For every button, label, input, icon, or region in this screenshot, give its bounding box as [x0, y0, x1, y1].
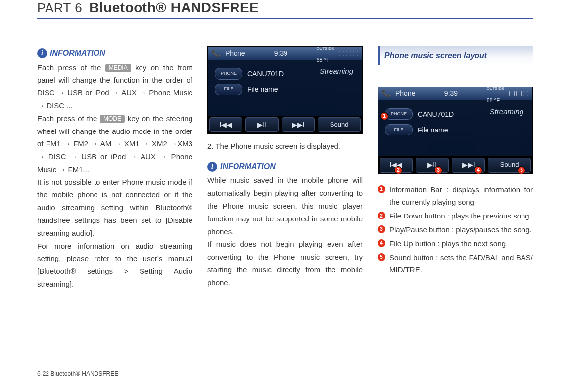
play-pause-button: ▶II	[416, 158, 449, 173]
val-file: File name	[418, 124, 448, 136]
num-badge: 4	[378, 239, 385, 247]
num-badge: 2	[378, 212, 385, 219]
bottom-bar: I◀◀ ▶II ▶▶I Sound	[208, 116, 362, 133]
info-header: INFORMATION	[37, 46, 192, 60]
status-time: 9:39	[444, 87, 458, 99]
screenshot-body: Streaming PHONE CANU701D FILE File name	[208, 60, 362, 116]
col2-para1: While music saved in the mobile phone wi…	[207, 174, 363, 238]
num-badge: 3	[378, 225, 385, 233]
val-phone: CANU701D	[247, 68, 284, 80]
header-rule	[37, 18, 533, 19]
col2-para2: If music does not begin playing even aft…	[207, 238, 363, 289]
list-text: File Up button : plays the next song.	[389, 237, 508, 250]
tag-phone: PHONE	[385, 108, 413, 120]
sound-button: Sound	[318, 117, 361, 132]
part-title: Bluetooth® HANDSFREE	[89, 0, 259, 16]
val-file: File name	[247, 84, 278, 95]
badge-3: 3	[434, 166, 442, 174]
info-label: INFORMATION	[50, 46, 105, 60]
text: Each press of the	[37, 63, 105, 72]
info-icon	[37, 48, 47, 58]
col1-para1: Each press of the MEDIA key on the front…	[37, 61, 192, 112]
badge-4: 4	[475, 166, 482, 174]
status-bar: 📞 Phone 9:39 OUTSIDE 68 °F	[208, 47, 362, 60]
info-header: INFORMATION	[207, 160, 363, 174]
badge-1: 1	[380, 112, 388, 120]
tag-phone: PHONE	[215, 68, 242, 79]
row-file: FILE File name	[385, 124, 532, 136]
outside-label: OUTSIDE	[486, 87, 504, 91]
list-text: File Down button : plays the previous so…	[389, 210, 531, 222]
status-icons	[509, 91, 528, 96]
outside-label: OUTSIDE	[316, 46, 334, 51]
prev-button: I◀◀	[209, 117, 242, 132]
badge-2: 2	[394, 166, 402, 174]
part-label: PART 6	[37, 0, 82, 16]
mode-key: MODE	[100, 115, 125, 123]
play-pause-button: ▶II	[245, 117, 279, 132]
tag-file: FILE	[215, 84, 242, 95]
status-time: 9:39	[274, 47, 287, 59]
streaming-label: Streaming	[320, 65, 353, 78]
list-item: 2 File Down button : plays the previous …	[378, 210, 533, 222]
list-item: 1 Information Bar : displays information…	[378, 183, 533, 209]
col1-para4: For more information on audio streaming …	[37, 240, 192, 291]
list-text: Information Bar : displays information f…	[389, 183, 533, 209]
page: PART 6 Bluetooth® HANDSFREE INFORMATION …	[0, 0, 570, 392]
layout-list: 1 Information Bar : displays information…	[378, 183, 533, 277]
num-badge: 1	[378, 185, 385, 193]
section-title: Phone music screen layout	[378, 46, 533, 65]
list-item: 3 Play/Pause button : plays/pauses the s…	[378, 223, 533, 236]
media-key: MEDIA	[105, 64, 131, 72]
val-phone: CANU701D	[418, 108, 454, 120]
col1-para2: Each press of the MODE key on the steeri…	[37, 112, 192, 176]
phone-icon: 📞	[382, 87, 390, 99]
row-file: FILE File name	[215, 84, 362, 95]
col1-para3: It is not possible to enter Phone music …	[37, 176, 192, 240]
status-title: Phone	[225, 47, 245, 59]
list-item: 5 Sound button : sets the FAD/BAL and BA…	[378, 251, 533, 277]
info-icon	[207, 162, 217, 172]
columns: INFORMATION Each press of the MEDIA key …	[37, 46, 533, 291]
page-footer: 6-22 Bluetooth® HANDSFREE	[37, 370, 118, 377]
screenshot-phone-music: 📞 Phone 9:39 OUTSIDE 68 °F Streaming	[207, 46, 363, 134]
info-label: INFORMATION	[220, 160, 276, 174]
num-badge: 5	[378, 253, 385, 261]
column-2: 📞 Phone 9:39 OUTSIDE 68 °F Streaming	[207, 46, 363, 291]
status-bar: 📞 Phone 9:39 OUTSIDE 68 °F	[378, 87, 532, 100]
screenshot-caption: 2. The Phone music screen is displayed.	[207, 140, 363, 153]
list-text: Play/Pause button : plays/pauses the son…	[389, 223, 532, 236]
status-title: Phone	[395, 87, 415, 99]
column-3: Phone music screen layout 📞 Phone 9:39 O…	[378, 46, 533, 291]
screenshot-layout: 📞 Phone 9:39 OUTSIDE 68 °F Streaming	[378, 87, 533, 174]
list-text: Sound button : sets the FAD/BAL and BAS/…	[389, 251, 533, 277]
status-icons	[339, 51, 358, 56]
phone-icon: 📞	[212, 47, 220, 59]
badge-5: 5	[518, 166, 525, 174]
next-button: ▶▶I	[282, 117, 315, 132]
tag-file: FILE	[385, 124, 413, 135]
list-item: 4 File Up button : plays the next song.	[378, 237, 533, 250]
streaming-label: Streaming	[490, 105, 523, 118]
page-header: PART 6 Bluetooth® HANDSFREE	[37, 0, 533, 16]
screenshot-body: Streaming PHONE CANU701D FILE File name	[378, 100, 532, 156]
column-1: INFORMATION Each press of the MEDIA key …	[37, 46, 192, 291]
text: Each press of the	[37, 114, 100, 123]
